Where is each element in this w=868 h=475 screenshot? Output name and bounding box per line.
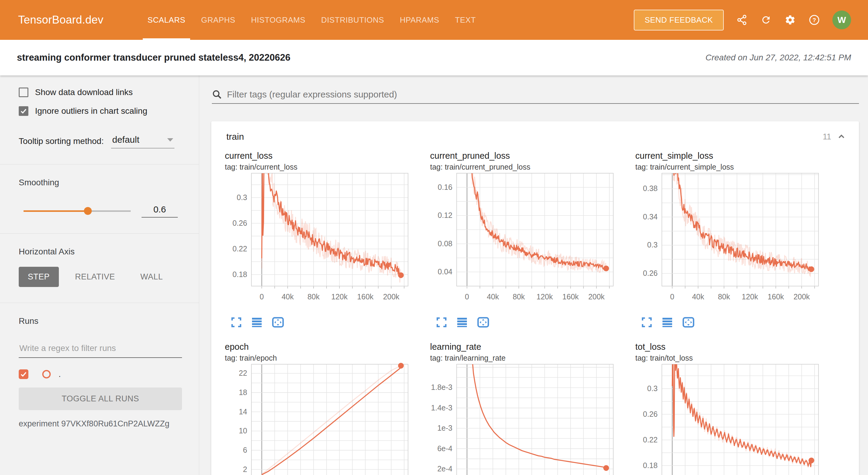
line-chart[interactable]: 040k80k120k160k200k0.180.220.260.3 [635,362,824,475]
axis-wall-button[interactable]: WALL [131,267,172,287]
experiment-id: experiment 97VKXf80Ru61CnP2ALWZZg [19,419,182,429]
expand-chart-button[interactable] [641,317,652,329]
svg-text:0.26: 0.26 [643,269,658,277]
avatar[interactable]: W [832,10,851,29]
checkbox-checked-icon[interactable] [19,106,28,116]
show-download-links-checkbox[interactable]: Show data download links [19,88,182,97]
svg-text:0.22: 0.22 [643,436,658,444]
svg-text:?: ? [812,17,816,23]
send-feedback-button[interactable]: SEND FEEDBACK [634,10,724,30]
svg-text:6e-4: 6e-4 [437,444,453,453]
line-chart[interactable]: 040k80k120k160k200k0.180.220.260.3 [225,171,413,313]
tab-graphs[interactable]: GRAPHS [193,0,243,40]
fit-domain-button[interactable] [477,317,489,329]
run-checkbox-checked-icon[interactable] [19,369,28,379]
axis-step-button[interactable]: STEP [19,267,59,287]
line-chart[interactable]: 040k80k120k160k200k0.040.080.120.16 [430,171,619,313]
toggle-all-runs-button[interactable]: TOGGLE ALL RUNS [19,387,182,410]
gear-icon[interactable] [784,14,796,26]
chart-title: epoch [225,342,413,352]
svg-text:0.3: 0.3 [647,384,658,392]
svg-text:0.04: 0.04 [438,267,453,276]
chevron-up-icon [837,132,846,141]
scalar-chart-card: epoch tag: train/epoch 040k80k120k160k20… [225,342,413,475]
scalar-chart-card: learning_rate tag: train/learning_rate 0… [430,342,619,475]
train-section-title: train [226,132,244,142]
svg-text:22: 22 [239,369,247,377]
svg-text:0.38: 0.38 [643,184,658,193]
runs-filter-input[interactable] [19,342,182,358]
svg-text:0.08: 0.08 [438,239,453,248]
tab-histograms[interactable]: HISTOGRAMS [243,0,313,40]
tooltip-sorting-select[interactable]: default [111,135,175,149]
horizontal-axis-buttons: STEP RELATIVE WALL [19,267,182,287]
tab-scalars[interactable]: SCALARS [140,0,193,40]
filter-tags-input[interactable] [227,89,859,100]
run-row[interactable]: . [19,369,182,379]
ignore-outliers-checkbox[interactable]: Ignore outliers in chart scaling [19,106,182,116]
filter-tags-row [212,89,859,104]
toggle-runs-list-button[interactable] [662,317,673,329]
train-section-header[interactable]: train 11 [211,121,859,148]
help-icon[interactable]: ? [808,14,820,26]
chevron-down-icon [167,138,173,141]
svg-text:14: 14 [239,407,247,416]
svg-text:120k: 120k [742,292,758,301]
chart-tag: tag: train/epoch [225,354,413,362]
tab-distributions[interactable]: DISTRIBUTIONS [313,0,392,40]
runs-label: Runs [19,316,182,326]
svg-text:2e-4: 2e-4 [437,465,453,473]
train-chart-count: 11 [823,132,831,141]
tooltip-sorting-value: default [112,135,140,145]
svg-text:120k: 120k [331,292,348,301]
axis-relative-button[interactable]: RELATIVE [66,267,124,287]
toggle-runs-list-button[interactable] [457,317,467,329]
chart-tag: tag: train/learning_rate [430,354,619,362]
toggle-runs-list-button[interactable] [251,317,262,329]
svg-text:0.12: 0.12 [438,211,453,219]
expand-chart-button[interactable] [436,317,447,329]
smoothing-value[interactable]: 0.6 [142,204,178,218]
svg-text:2: 2 [243,465,247,474]
line-chart[interactable]: 040k80k120k160k200k0.260.30.340.38 [635,171,824,313]
tab-text[interactable]: TEXT [447,0,484,40]
main-nav: SCALARS GRAPHS HISTOGRAMS DISTRIBUTIONS … [140,0,484,40]
checkbox-unchecked-icon[interactable] [19,88,28,97]
chart-title: learning_rate [430,342,619,352]
tab-hparams[interactable]: HPARAMS [392,0,447,40]
share-icon[interactable] [736,14,748,26]
svg-text:160k: 160k [768,292,784,301]
svg-text:40k: 40k [282,292,294,301]
fit-domain-button[interactable] [272,317,284,329]
svg-text:0.26: 0.26 [232,219,247,227]
settings-sidebar: Show data download links Ignore outliers… [0,75,199,475]
smoothing-slider[interactable] [24,210,131,212]
sidebar-divider [0,233,199,233]
fit-domain-button[interactable] [682,317,694,329]
scalar-chart-card: tot_loss tag: train/tot_loss 040k80k120k… [635,342,824,475]
expand-chart-button[interactable] [231,317,242,329]
chart-title: current_simple_loss [635,151,824,161]
collapse-section-button[interactable] [837,132,846,141]
svg-text:0.3: 0.3 [237,193,247,201]
svg-text:80k: 80k [718,292,731,301]
line-chart[interactable]: 040k80k120k160k200k2e-46e-41e-31.4e-31.8… [430,362,619,475]
svg-text:0.22: 0.22 [232,245,247,253]
experiment-title-bar: streaming conformer transducer pruned st… [0,40,868,75]
chart-tag: tag: train/current_pruned_loss [430,163,619,171]
slider-thumb[interactable] [84,207,92,215]
search-icon [212,89,222,100]
svg-text:18: 18 [239,388,247,397]
runs-filter-row [19,342,182,358]
svg-text:120k: 120k [537,292,553,301]
svg-text:200k: 200k [588,292,605,301]
line-chart[interactable]: 040k80k120k160k200k2610141822 [225,362,413,475]
chart-actions [641,317,824,329]
refresh-icon[interactable] [760,14,772,26]
svg-text:0.34: 0.34 [643,213,658,221]
show-download-links-label: Show data download links [35,88,133,97]
charts-grid: current_loss tag: train/current_loss 040… [211,148,859,475]
svg-text:1e-3: 1e-3 [437,424,453,432]
smoothing-label: Smoothing [19,178,182,187]
svg-text:0: 0 [259,292,264,301]
